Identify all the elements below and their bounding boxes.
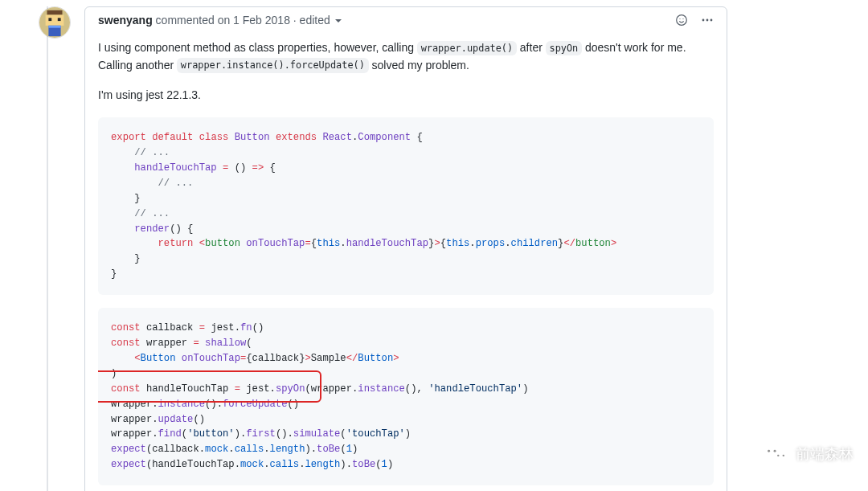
code-block-2: const callback = jest.fn() const wrapper… xyxy=(98,308,714,485)
svg-rect-1 xyxy=(47,10,63,15)
avatar[interactable] xyxy=(39,6,71,39)
svg-point-17 xyxy=(777,455,779,456)
commented-label: commented xyxy=(156,14,215,27)
code-block-1: export default class Button extends Reac… xyxy=(98,117,714,295)
comment-body: I using component method as class proper… xyxy=(85,33,727,491)
svg-point-8 xyxy=(679,18,680,19)
body-paragraph-2: I'm using jest 22.1.3. xyxy=(98,87,714,104)
svg-point-11 xyxy=(706,19,709,22)
comment-box: swenyang commented on 1 Feb 2018 · edite… xyxy=(84,6,727,491)
inline-code: spyOn xyxy=(546,41,582,56)
svg-rect-2 xyxy=(46,15,64,26)
svg-point-14 xyxy=(773,451,788,464)
inline-code: wrapper.instance().forceUpdate() xyxy=(177,58,369,73)
svg-rect-6 xyxy=(48,26,60,28)
caret-down-icon xyxy=(335,19,342,23)
add-reaction-button[interactable] xyxy=(675,14,688,27)
code-content: const callback = jest.fn() const wrapper… xyxy=(111,321,701,473)
timestamp-link[interactable]: on 1 Feb 2018 xyxy=(218,14,290,27)
svg-point-12 xyxy=(710,19,713,22)
svg-point-10 xyxy=(702,19,705,22)
body-paragraph-1: I using component method as class proper… xyxy=(98,39,714,74)
svg-rect-3 xyxy=(48,18,51,21)
svg-point-15 xyxy=(768,450,770,452)
svg-point-16 xyxy=(774,450,776,452)
smile-icon xyxy=(675,14,688,27)
kebab-icon xyxy=(701,14,714,27)
inline-code: wrapper.update() xyxy=(417,41,517,56)
comment-actions-button[interactable] xyxy=(701,14,714,27)
comment-header: swenyang commented on 1 Feb 2018 · edite… xyxy=(85,7,727,33)
author-link[interactable]: swenyang xyxy=(98,14,153,27)
svg-point-7 xyxy=(677,15,687,26)
code-content: export default class Button extends Reac… xyxy=(111,130,701,282)
watermark: 前端森林 xyxy=(762,443,854,465)
svg-point-9 xyxy=(682,18,683,19)
svg-rect-4 xyxy=(58,18,61,21)
wechat-icon xyxy=(762,443,789,465)
separator: · xyxy=(293,14,297,27)
svg-point-18 xyxy=(783,455,784,456)
edited-dropdown[interactable]: edited xyxy=(300,14,342,27)
